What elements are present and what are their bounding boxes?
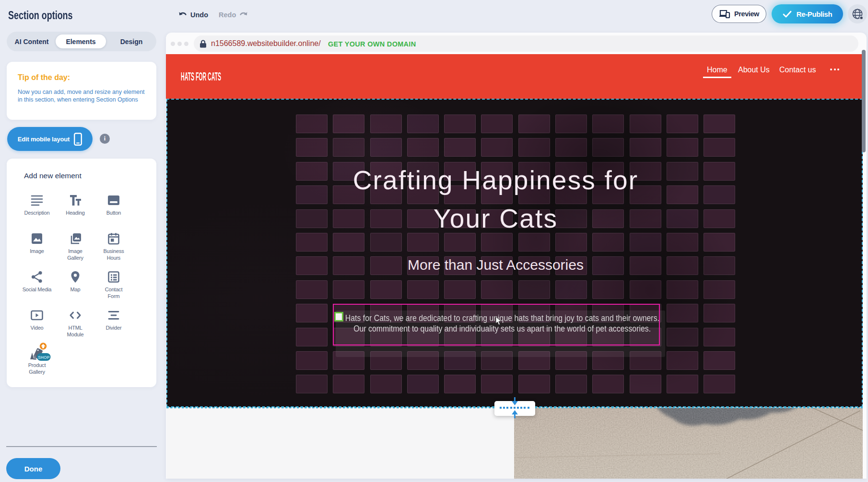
svg-text:SHOP: SHOP <box>38 355 50 360</box>
